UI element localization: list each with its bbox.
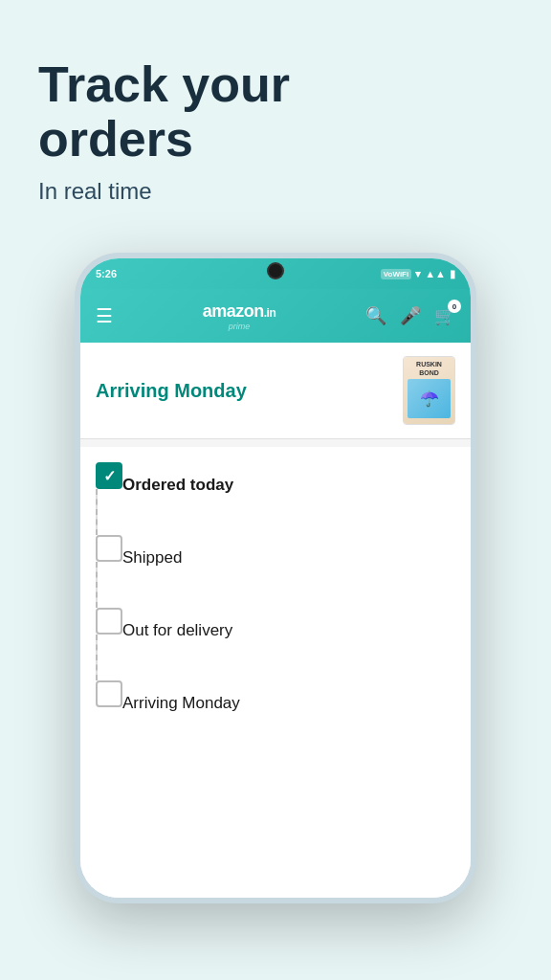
- step-line-1: [96, 489, 98, 535]
- step-arriving: Arriving Monday: [96, 680, 455, 713]
- hamburger-icon[interactable]: ☰: [96, 304, 113, 327]
- step-arriving-connector: [96, 680, 122, 707]
- status-time: 5:26: [96, 268, 117, 279]
- camera-notch: [269, 264, 282, 278]
- cart-icon[interactable]: 🛒 0: [434, 305, 455, 326]
- hero-title-line1: Track your: [38, 56, 290, 112]
- vowifi-badge: VoWiFi: [381, 269, 411, 279]
- step-ordered-row: Ordered today: [122, 462, 233, 495]
- step-arriving-row: Arriving Monday: [122, 680, 240, 713]
- step-shipped-checkbox: [96, 535, 122, 562]
- prime-label: prime: [229, 322, 251, 331]
- header-icons: 🔍 🎤 🛒 0: [365, 305, 455, 326]
- step-shipped-label: Shipped: [122, 545, 182, 568]
- umbrella-icon: ☂️: [420, 390, 439, 408]
- phone-frame: 5:26 VoWiFi ▾ ▲▲ ▮ ☰ amazon.in prime: [75, 253, 476, 903]
- step-shipped-row: Shipped: [122, 535, 182, 568]
- amazon-logo: amazon.in prime: [203, 301, 276, 331]
- step-delivery-connector: [96, 608, 122, 680]
- wifi-icon: ▾: [415, 268, 421, 280]
- step-ordered: Ordered today: [96, 462, 455, 535]
- phone-mockup: 5:26 VoWiFi ▾ ▲▲ ▮ ☰ amazon.in prime: [75, 253, 476, 903]
- arriving-title: Arriving Monday: [96, 380, 247, 402]
- mic-icon[interactable]: 🎤: [400, 305, 421, 326]
- amazon-header: ☰ amazon.in prime 🔍 🎤 🛒 0: [80, 289, 471, 343]
- step-delivery-row: Out for delivery: [122, 608, 232, 640]
- hero-section: Track your orders In real time: [0, 0, 551, 234]
- signal-icon: ▲▲: [425, 268, 446, 279]
- hero-title: Track your orders: [38, 57, 290, 167]
- step-line-3: [96, 635, 98, 680]
- step-line-2: [96, 562, 98, 608]
- step-ordered-label: Ordered today: [122, 472, 233, 495]
- book-cover: RUSKIN BOND ☂️: [404, 357, 454, 424]
- step-delivery-checkbox: [96, 608, 122, 635]
- search-icon[interactable]: 🔍: [365, 305, 386, 326]
- hero-subtitle: In real time: [38, 178, 152, 205]
- book-title: RUSKIN BOND: [408, 361, 451, 377]
- phone-inner: 5:26 VoWiFi ▾ ▲▲ ▮ ☰ amazon.in prime: [80, 258, 471, 898]
- step-shipped-connector: [96, 535, 122, 608]
- battery-icon: ▮: [450, 268, 455, 280]
- step-out-for-delivery: Out for delivery: [96, 608, 455, 680]
- hero-title-line2: orders: [38, 111, 193, 167]
- step-delivery-label: Out for delivery: [122, 617, 232, 640]
- amazon-logo-text: amazon.in: [203, 301, 276, 322]
- content-area: Arriving Monday RUSKIN BOND ☂️: [80, 343, 471, 898]
- step-ordered-connector: [96, 462, 122, 535]
- step-arriving-label: Arriving Monday: [122, 690, 240, 713]
- arriving-section: Arriving Monday RUSKIN BOND ☂️: [80, 343, 471, 439]
- step-ordered-checkbox: [96, 462, 122, 489]
- tracking-steps: Ordered today Shipped: [80, 447, 471, 898]
- cart-badge: 0: [448, 300, 461, 313]
- step-arriving-checkbox: [96, 680, 122, 707]
- status-icons: VoWiFi ▾ ▲▲ ▮: [381, 268, 455, 280]
- step-shipped: Shipped: [96, 535, 455, 608]
- book-thumbnail: RUSKIN BOND ☂️: [403, 356, 455, 425]
- book-image: ☂️: [408, 379, 451, 418]
